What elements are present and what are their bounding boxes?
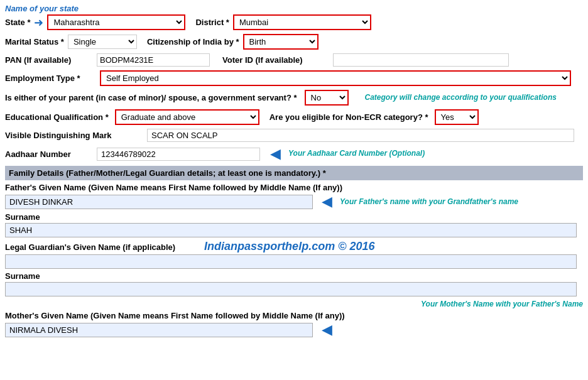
vdm-input[interactable] (147, 129, 574, 142)
father-surname-label: Surname (5, 212, 583, 222)
family-section-header: Family Details (Father/Mother/Legal Guar… (5, 166, 583, 180)
citizenship-select[interactable]: Birth (243, 34, 318, 50)
non-ecr-label: Are you eligible for Non-ECR category? * (270, 112, 428, 122)
guardian-given-input[interactable] (5, 254, 577, 269)
state-select[interactable]: Maharashtra (47, 14, 185, 30)
aadhaar-label: Aadhaar Number (5, 149, 93, 159)
govt-servant-label: Is either of your parent (in case of min… (5, 93, 297, 102)
district-select[interactable]: Mumbai (233, 14, 371, 30)
category-note-annotation: Category will change according to your q… (365, 93, 557, 103)
non-ecr-select[interactable]: Yes (435, 109, 479, 125)
employment-label: Employment Type * (5, 73, 96, 83)
district-label: District * (195, 18, 229, 27)
mother-given-input[interactable] (5, 323, 313, 337)
aadhaar-annotation: Your Aadhaar Card Number (Optional) (288, 149, 425, 159)
govt-servant-select[interactable]: No (305, 90, 349, 106)
mother-arrow-icon: ◀ (322, 322, 332, 338)
aadhaar-input[interactable] (97, 148, 260, 161)
watermark: Indianpassporthelp.com © 2016 (204, 240, 374, 253)
guardian-surname-input[interactable] (5, 282, 577, 296)
edu-qual-select[interactable]: Graduate and above (115, 109, 259, 125)
guardian-surname-label: Surname (5, 271, 583, 281)
state-arrow-icon: ➜ (34, 16, 43, 30)
voter-label: Voter ID (If available) (222, 55, 329, 65)
edu-qual-label: Educational Qualification * (5, 112, 109, 122)
father-arrow-icon: ◀ (322, 193, 332, 210)
guardian-given-label: Legal Guardian's Given Name (if applicab… (5, 242, 175, 252)
aadhaar-arrow-icon: ◀ (270, 146, 281, 162)
vdm-label: Visible Distinguishing Mark (5, 131, 143, 140)
mother-given-label: Mother's Given Name (Given Name means Fi… (5, 311, 583, 320)
marital-status-select[interactable]: Single (68, 35, 137, 49)
employment-select[interactable]: Self Employed (100, 70, 571, 86)
mother-name-annotation: Your Mother's Name with your Father's Na… (421, 300, 583, 308)
voter-input[interactable] (333, 53, 509, 67)
father-given-name-input[interactable] (5, 195, 313, 209)
father-given-name-label: Father's Given Name (Given Name means Fi… (5, 183, 583, 192)
marital-status-label: Marital Status * (5, 37, 64, 46)
name-of-state-annotation: Name of your state (5, 4, 79, 13)
pan-label: PAN (If available) (5, 55, 93, 65)
state-label: State * (5, 18, 30, 27)
father-surname-input[interactable] (5, 223, 577, 237)
pan-input[interactable] (97, 53, 210, 67)
citizenship-label: Citizenship of India by * (147, 37, 239, 46)
father-name-annotation: Your Father's name with your Grandfather… (340, 197, 518, 206)
